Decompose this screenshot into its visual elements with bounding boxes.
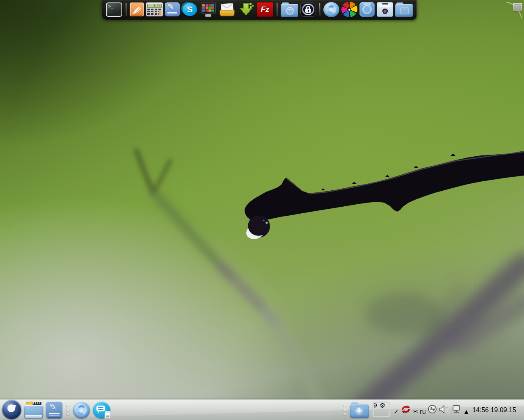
keyboard-layout-indicator[interactable]: ru (420, 408, 426, 415)
tray-expander-arrow[interactable]: ▲ (463, 408, 469, 415)
top-dock: >_ 3.74 ✎ S (102, 0, 417, 20)
text-editor-icon[interactable]: ✎ (165, 2, 180, 16)
quill-icon (130, 2, 144, 16)
envelope-icon (219, 2, 236, 17)
mail-icon[interactable] (219, 2, 236, 17)
klipper-scissors-icon[interactable]: ✂ (412, 408, 418, 415)
skype-icon[interactable]: S (182, 2, 198, 17)
photo-emblem (400, 7, 409, 14)
chromium-browser-icon[interactable] (73, 402, 90, 418)
gloss-highlight (379, 5, 391, 7)
camera-lens-icon (382, 8, 389, 15)
chromium-core (329, 7, 334, 12)
device-notifier-icon[interactable] (428, 404, 437, 414)
archive-folder-icon[interactable] (281, 2, 298, 17)
notes-app-icon[interactable] (130, 2, 144, 16)
chromium-icon[interactable] (323, 2, 339, 17)
document-badge (104, 411, 111, 418)
calculator-display: 3.74 (147, 4, 162, 8)
color-tiles (202, 4, 214, 12)
filezilla-label: Fz (261, 5, 269, 14)
app-grid-monitor-icon[interactable] (200, 2, 217, 17)
network-icon[interactable] (451, 405, 461, 414)
desktop-wallpaper (0, 0, 524, 420)
chat-bubble-icon (96, 406, 105, 411)
system-settings-icon[interactable]: ⚙ ⚙ (372, 402, 391, 419)
download-arrow-emblem (355, 406, 364, 415)
text-lines (167, 14, 177, 14)
clock-date: 19.09.15 (491, 406, 516, 413)
text-lines (49, 415, 59, 415)
digital-clock[interactable]: 14:56 19.09.15 (472, 406, 516, 414)
app-launcher-button[interactable] (2, 400, 21, 419)
terminal-prompt: >_ (108, 4, 113, 9)
editor-base (48, 417, 61, 418)
photo-folder-icon[interactable] (395, 2, 413, 17)
keyhole (308, 10, 309, 12)
keepass-icon[interactable] (300, 2, 316, 17)
panel-separator (343, 405, 346, 415)
panel-separator (66, 405, 69, 415)
pencil-icon: ✎ (49, 402, 57, 413)
lens-ring (362, 5, 372, 14)
sync-tray-icon[interactable] (401, 405, 411, 414)
clock-time: 14:56 (472, 406, 489, 413)
folder-lip (25, 415, 42, 418)
camera-tile-icon[interactable] (359, 2, 375, 17)
droplet-logo-icon (7, 404, 16, 413)
gloss-highlight (363, 3, 371, 5)
download-manager-icon[interactable] (238, 2, 255, 17)
archive-emblem (286, 7, 294, 15)
skype-letter: S (182, 2, 198, 17)
downloads-folder-icon[interactable] (350, 402, 369, 418)
plasma-toolbox[interactable] (506, 0, 524, 18)
photo-booth-icon[interactable] (377, 2, 393, 17)
dock-separator (277, 3, 277, 16)
messenger-icon[interactable] (93, 402, 110, 418)
file-manager-icon[interactable] (24, 402, 43, 418)
monitor-stand (205, 14, 211, 17)
chat-bubble-lines (98, 407, 103, 408)
toolbox-menu-icon (513, 3, 522, 11)
dock-separator (126, 3, 126, 16)
monitor-frame (373, 402, 390, 417)
aperture-center (347, 7, 351, 11)
chromium-core (78, 407, 85, 413)
bottom-panel: ✎ (0, 399, 524, 420)
pencil-icon: ✎ (167, 2, 174, 11)
filezilla-icon[interactable]: Fz (257, 2, 273, 17)
green-arrow-icon (238, 2, 255, 17)
kwrite-editor-icon[interactable]: ✎ (46, 402, 62, 418)
dock-separator (319, 3, 320, 16)
system-tray: ✓ ✂ ru (394, 404, 469, 415)
skype-status-icon[interactable]: ✓ (394, 408, 399, 415)
calculator-keys (147, 9, 162, 15)
terminal-icon[interactable]: >_ (106, 2, 122, 17)
desktop: >_ 3.74 ✎ S (0, 0, 524, 420)
calculator-icon[interactable]: 3.74 (146, 2, 163, 16)
volume-icon[interactable] (439, 405, 449, 414)
digikam-icon[interactable] (341, 2, 357, 17)
